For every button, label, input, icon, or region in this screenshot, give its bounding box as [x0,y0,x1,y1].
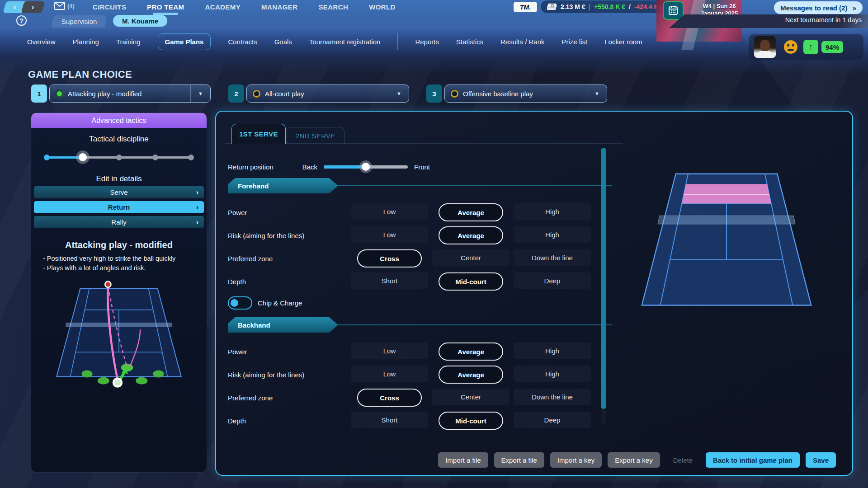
nav-search[interactable]: SEARCH [318,3,348,11]
slider-step-1[interactable] [44,155,50,160]
option-low[interactable]: Low [351,203,428,220]
detail-button-serve[interactable]: Serve › [34,186,204,198]
option-high[interactable]: High [514,343,591,359]
chevron-down-icon[interactable]: ▼ [587,85,607,102]
mail-button[interactable]: (4) [54,2,75,10]
option-average-selected[interactable]: Average [439,366,503,384]
option-center[interactable]: Center [432,249,509,266]
import-file-button[interactable]: Import a file [438,452,488,468]
edit-in-details-label: Edit in details [31,174,207,183]
scrollbar-thumb[interactable] [601,148,606,409]
nav-circuits[interactable]: CIRCUITS [93,3,126,11]
top-nav: CIRCUITS PRO TEAM ACADEMY MANAGER SEARCH… [93,0,396,14]
return-position-row: Return position Back Front [228,159,612,174]
tab-reports[interactable]: Reports [415,38,439,46]
messages-button[interactable]: Messages to read (2) » [774,1,863,14]
option-mid-court-selected[interactable]: Mid-court [439,272,503,291]
tab-2nd-serve[interactable]: 2ND SERVE [287,127,344,144]
save-button[interactable]: Save [806,452,836,468]
back-label: Back [291,163,317,171]
slider-step-3[interactable] [116,155,122,160]
tab-contracts[interactable]: Contracts [228,38,257,46]
mail-icon [54,2,65,10]
option-down-the-line[interactable]: Down the line [514,389,591,405]
game-plan-dropdown-2[interactable]: All-court play ▼ [246,84,409,103]
detail-button-return[interactable]: Return › [34,201,204,213]
morale-neutral-face-icon [784,40,797,54]
game-plan-dropdown-3[interactable]: Offensive baseline play ▼ [444,84,607,103]
detail-button-rally[interactable]: Rally › [34,216,204,228]
finance-slash: / [629,3,631,10]
export-key-button[interactable]: Export a key [608,452,660,468]
back-to-initial-game-plan-button[interactable]: Back to initial game plan [706,452,800,468]
nav-pro-team[interactable]: PRO TEAM [147,3,184,11]
return-position-slider[interactable] [324,160,408,174]
slot-number: 3 [426,84,442,103]
option-short[interactable]: Short [351,412,428,428]
section-nav: Overview Planning Training Game Plans Co… [27,33,642,51]
app-window: ‹ › (4) CIRCUITS PRO TEAM ACADEMY MANAGE… [0,0,868,488]
option-cross-selected[interactable]: Cross [357,249,422,267]
tab-overview[interactable]: Overview [27,38,56,46]
tab-tournament-registration[interactable]: Tournament registration [309,38,381,46]
option-cross-selected[interactable]: Cross [357,389,422,407]
forward-button[interactable]: › [21,1,45,13]
nav-world[interactable]: WORLD [369,3,396,11]
option-low[interactable]: Low [351,226,428,243]
slider-handle[interactable] [359,160,372,173]
panel-scrollbar[interactable] [601,148,606,424]
history-nav: ‹ › [5,1,42,13]
tab-supervision[interactable]: Supervision [52,15,107,28]
slider-handle[interactable] [76,150,90,164]
tab-planning[interactable]: Planning [73,38,99,46]
nav-manager[interactable]: MANAGER [261,3,297,11]
tab-1st-serve[interactable]: 1ST SERVE [231,124,286,144]
slot-number: 2 [228,84,244,103]
tactical-discipline-label: Tactical discipline [31,135,207,144]
option-high[interactable]: High [514,226,591,243]
option-mid-court-selected[interactable]: Mid-court [439,412,503,430]
option-average-selected[interactable]: Average [439,226,503,244]
tactical-discipline-slider[interactable] [47,150,191,164]
slider-step-5[interactable] [188,155,194,160]
backhand-risk-row: Risk (aiming for the lines) Low Average … [228,366,612,383]
tab-prize-list[interactable]: Prize list [562,38,588,46]
nav-divider [397,33,398,50]
slider-step-4[interactable] [152,155,158,160]
export-file-button[interactable]: Export a file [494,452,544,468]
finance-summary[interactable]: 2.13 M € | +550.8 K € / -424.4 K € [541,0,670,13]
import-key-button[interactable]: Import a key [550,452,602,468]
option-average-selected[interactable]: Average [439,343,503,361]
option-center[interactable]: Center [432,389,509,405]
tab-goals[interactable]: Goals [274,38,292,46]
tab-game-plans[interactable]: Game Plans [158,33,211,50]
advanced-tactics-panel: Advanced tactics Tactical discipline Edi… [31,113,207,472]
chevron-down-icon[interactable]: ▼ [190,85,210,102]
mail-count: (4) [67,3,75,9]
option-low[interactable]: Low [351,343,428,359]
nav-academy[interactable]: ACADEMY [205,3,241,11]
ribbon-line [338,185,612,186]
tab-statistics[interactable]: Statistics [456,38,483,46]
delete-button[interactable]: Delete [666,452,700,468]
chevron-down-icon[interactable]: ▼ [389,85,409,102]
player-avatar[interactable] [754,36,776,58]
tab-training[interactable]: Training [116,38,141,46]
tab-locker-room[interactable]: Locker room [604,38,642,46]
tab-player[interactable]: M. Kouame [113,15,167,27]
option-average-selected[interactable]: Average [439,203,503,221]
option-short[interactable]: Short [351,272,428,289]
help-icon[interactable]: ? [16,15,27,26]
option-high[interactable]: High [514,203,591,220]
option-deep[interactable]: Deep [514,412,591,428]
option-low[interactable]: Low [351,366,428,382]
forehand-ribbon: Forehand [228,178,338,193]
option-high[interactable]: High [514,366,591,382]
chip-and-charge-toggle[interactable] [228,296,252,310]
option-deep[interactable]: Deep [514,272,591,289]
option-down-the-line[interactable]: Down the line [514,249,591,266]
game-plan-dropdown-1[interactable]: Attacking play - modified ▼ [49,84,211,103]
plan-title: Attacking play - modified [31,240,207,250]
chip-and-charge-row: Chip & Charge [228,296,612,310]
tab-results-rank[interactable]: Results / Rank [500,38,545,46]
